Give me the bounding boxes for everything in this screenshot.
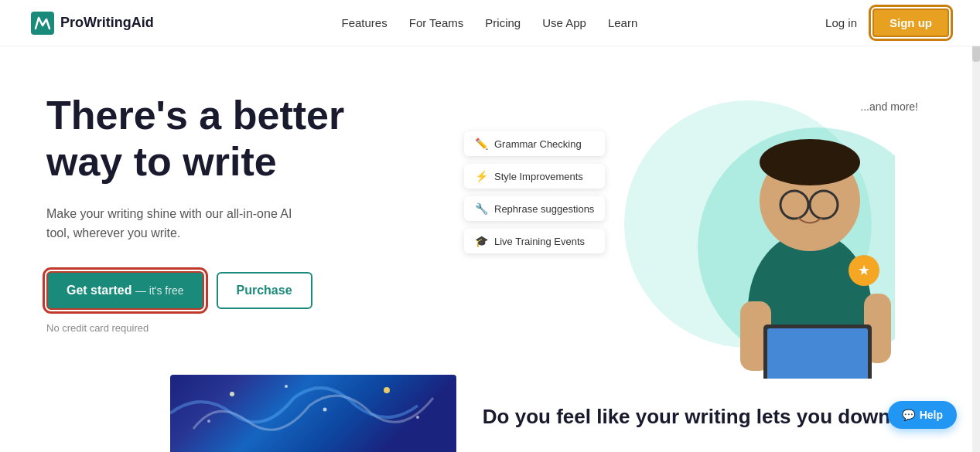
purchase-button[interactable]: Purchase xyxy=(217,272,312,309)
svg-point-4 xyxy=(760,139,860,185)
get-started-button[interactable]: Get started — it's free xyxy=(46,271,204,310)
nav-links: Features For Teams Pricing Use App Learn xyxy=(342,16,638,30)
svg-point-17 xyxy=(207,420,210,423)
nav-right: Log in Sign up xyxy=(825,8,949,37)
badge-rephrase: 🔧 Rephrase suggestions xyxy=(464,196,605,221)
logo-area[interactable]: ProWritingAid xyxy=(31,12,154,35)
no-credit-text: No credit card required xyxy=(46,322,449,334)
hero-title: There's a better way to write xyxy=(46,93,449,185)
training-label: Live Training Events xyxy=(494,236,585,247)
logo-icon xyxy=(31,12,54,35)
svg-point-14 xyxy=(230,392,234,396)
feature-badges-list: ✏️ Grammar Checking ⚡ Style Improvements… xyxy=(464,131,605,253)
login-link[interactable]: Log in xyxy=(825,16,857,29)
badge-style: ⚡ Style Improvements xyxy=(464,164,605,189)
nav-learn[interactable]: Learn xyxy=(608,16,637,29)
hero-left: There's a better way to write Make your … xyxy=(46,85,449,334)
hero-section: There's a better way to write Make your … xyxy=(0,46,980,452)
starry-night-preview xyxy=(170,375,456,452)
nav-features[interactable]: Features xyxy=(342,16,388,29)
hero-buttons: Get started — it's free Purchase xyxy=(46,271,449,310)
svg-rect-0 xyxy=(31,12,54,35)
hero-subtitle: Make your writing shine with our all-in-… xyxy=(46,204,309,243)
grammar-icon: ✏️ xyxy=(475,138,488,150)
nav-use-app[interactable]: Use App xyxy=(542,16,586,29)
svg-point-18 xyxy=(416,416,419,419)
svg-rect-11 xyxy=(767,328,868,379)
scrollbar[interactable] xyxy=(972,0,980,452)
rephrase-icon: 🔧 xyxy=(475,202,488,215)
help-label: Help xyxy=(920,409,943,421)
free-text: — it's free xyxy=(135,284,184,297)
badge-training: 🎓 Live Training Events xyxy=(464,229,605,253)
brand-name: ProWritingAid xyxy=(60,15,154,31)
training-icon: 🎓 xyxy=(475,235,488,247)
nav-pricing[interactable]: Pricing xyxy=(485,16,521,29)
style-label: Style Improvements xyxy=(494,171,583,182)
signup-button[interactable]: Sign up xyxy=(872,8,949,37)
rephrase-label: Rephrase suggestions xyxy=(494,203,594,215)
svg-point-19 xyxy=(323,408,327,412)
svg-point-15 xyxy=(285,385,288,388)
hero-right: ★ ✏️ Grammar Checking ⚡ Style Improvemen… xyxy=(464,85,934,394)
help-icon: 💬 xyxy=(902,409,915,421)
badge-grammar: ✏️ Grammar Checking xyxy=(464,131,605,156)
style-icon: ⚡ xyxy=(475,170,488,182)
person-illustration: ★ xyxy=(678,93,895,379)
help-button[interactable]: 💬 Help xyxy=(888,401,957,429)
writing-down-section: Do you feel like your writing lets you d… xyxy=(483,405,903,429)
svg-point-16 xyxy=(384,387,390,393)
svg-text:★: ★ xyxy=(858,263,870,278)
and-more-text: ...and more! xyxy=(860,100,918,113)
nav-for-teams[interactable]: For Teams xyxy=(409,16,464,29)
writing-down-heading: Do you feel like your writing lets you d… xyxy=(483,405,903,429)
grammar-label: Grammar Checking xyxy=(494,138,582,150)
navbar: ProWritingAid Features For Teams Pricing… xyxy=(0,0,980,46)
